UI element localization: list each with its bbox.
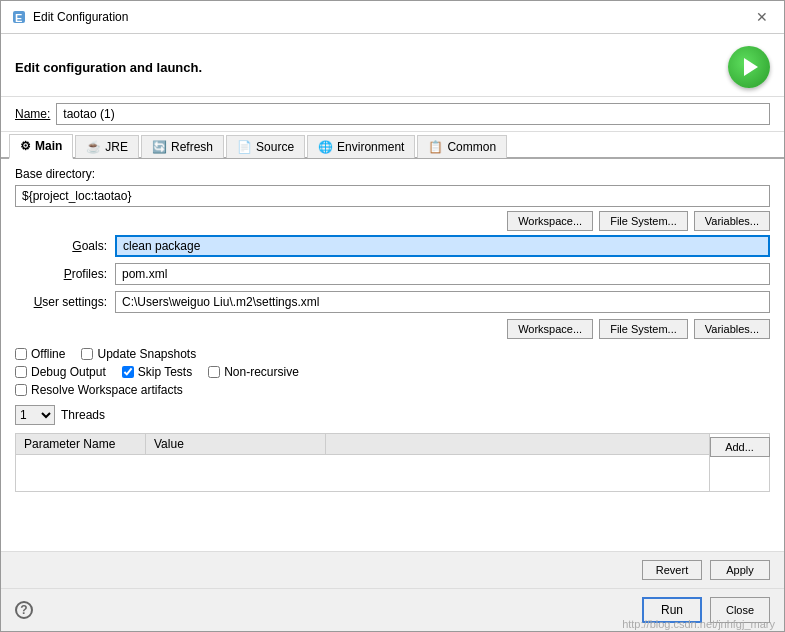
resolve-workspace-label: Resolve Workspace artifacts xyxy=(31,383,183,397)
close-window-button[interactable]: ✕ xyxy=(750,7,774,27)
table-col-value: Value xyxy=(146,434,326,454)
app-icon: E xyxy=(11,9,27,25)
table-add-col: Add... xyxy=(709,434,769,491)
user-settings-input[interactable] xyxy=(115,291,770,313)
footer-row: ? Run Close http://blog.csdn.net/jnhfgj_… xyxy=(1,588,784,631)
name-label: Name: xyxy=(15,107,50,121)
environment-tab-icon: 🌐 xyxy=(318,140,333,154)
threads-select[interactable]: 1 2 4 xyxy=(15,405,55,425)
update-snapshots-label: Update Snapshots xyxy=(97,347,196,361)
header-section: Edit configuration and launch. xyxy=(1,34,784,97)
base-directory-input[interactable] xyxy=(15,185,770,207)
title-bar-left: E Edit Configuration xyxy=(11,9,128,25)
goals-input[interactable] xyxy=(115,235,770,257)
workspace-btn-2[interactable]: Workspace... xyxy=(507,319,593,339)
goals-row: Goals: xyxy=(15,235,770,257)
parameter-table-wrapper: Parameter Name Value Add... xyxy=(15,433,770,492)
variables-btn-1[interactable]: Variables... xyxy=(694,211,770,231)
debug-output-checkbox-item[interactable]: Debug Output xyxy=(15,365,106,379)
profiles-input[interactable] xyxy=(115,263,770,285)
jre-tab-icon: ☕ xyxy=(86,140,101,154)
main-content: Base directory: Workspace... File System… xyxy=(1,159,784,588)
profiles-row: Profiles: xyxy=(15,263,770,285)
debug-output-label: Debug Output xyxy=(31,365,106,379)
non-recursive-checkbox[interactable] xyxy=(208,366,220,378)
jre-tab-label: JRE xyxy=(105,140,128,154)
file-system-btn-1[interactable]: File System... xyxy=(599,211,688,231)
checkbox-row-3: Resolve Workspace artifacts xyxy=(15,383,770,397)
tab-refresh[interactable]: 🔄 Refresh xyxy=(141,135,224,158)
workspace-btn-1[interactable]: Workspace... xyxy=(507,211,593,231)
tab-common[interactable]: 📋 Common xyxy=(417,135,507,158)
skip-tests-checkbox[interactable] xyxy=(122,366,134,378)
table-header: Parameter Name Value xyxy=(16,434,709,455)
environment-tab-label: Environment xyxy=(337,140,404,154)
base-dir-btn-row: Workspace... File System... Variables... xyxy=(15,211,770,231)
base-directory-label: Base directory: xyxy=(15,167,770,181)
table-col-param: Parameter Name xyxy=(16,434,146,454)
tabs-row: ⚙ Main ☕ JRE 🔄 Refresh 📄 Source 🌐 Enviro… xyxy=(1,132,784,159)
refresh-tab-icon: 🔄 xyxy=(152,140,167,154)
common-tab-label: Common xyxy=(447,140,496,154)
tab-jre[interactable]: ☕ JRE xyxy=(75,135,139,158)
update-snapshots-checkbox[interactable] xyxy=(81,348,93,360)
update-snapshots-checkbox-item[interactable]: Update Snapshots xyxy=(81,347,196,361)
offline-label: Offline xyxy=(31,347,65,361)
help-icon[interactable]: ? xyxy=(15,601,33,619)
resolve-workspace-checkbox-item[interactable]: Resolve Workspace artifacts xyxy=(15,383,183,397)
source-tab-label: Source xyxy=(256,140,294,154)
non-recursive-label: Non-recursive xyxy=(224,365,299,379)
tab-environment[interactable]: 🌐 Environment xyxy=(307,135,415,158)
window-title: Edit Configuration xyxy=(33,10,128,24)
watermark-text: http://blog.csdn.net/jnhfgj_mary xyxy=(622,618,775,630)
table-body xyxy=(16,455,709,491)
bottom-buttons: Revert Apply xyxy=(1,551,784,588)
source-tab-icon: 📄 xyxy=(237,140,252,154)
user-settings-btn-row: Workspace... File System... Variables... xyxy=(15,319,770,339)
checkboxes-section: Offline Update Snapshots Debug Output Sk… xyxy=(15,347,770,397)
name-input[interactable] xyxy=(56,103,770,125)
checkbox-row-2: Debug Output Skip Tests Non-recursive xyxy=(15,365,770,379)
resolve-workspace-checkbox[interactable] xyxy=(15,384,27,396)
user-settings-label: User settings: xyxy=(15,295,115,309)
variables-btn-2[interactable]: Variables... xyxy=(694,319,770,339)
tab-source[interactable]: 📄 Source xyxy=(226,135,305,158)
main-window: E Edit Configuration ✕ Edit configuratio… xyxy=(0,0,785,632)
revert-button[interactable]: Revert xyxy=(642,560,702,580)
skip-tests-checkbox-item[interactable]: Skip Tests xyxy=(122,365,192,379)
file-system-btn-2[interactable]: File System... xyxy=(599,319,688,339)
refresh-tab-label: Refresh xyxy=(171,140,213,154)
svg-text:E: E xyxy=(15,12,22,24)
apply-button[interactable]: Apply xyxy=(710,560,770,580)
threads-row: 1 2 4 Threads xyxy=(15,405,770,425)
main-tab-icon: ⚙ xyxy=(20,139,31,153)
threads-label: Threads xyxy=(61,408,105,422)
launch-run-icon[interactable] xyxy=(728,46,770,88)
common-tab-icon: 📋 xyxy=(428,140,443,154)
profiles-label: Profiles: xyxy=(15,267,115,281)
user-settings-row: User settings: xyxy=(15,291,770,313)
content-inner: Base directory: Workspace... File System… xyxy=(1,159,784,551)
name-row: Name: xyxy=(1,97,784,132)
add-parameter-button[interactable]: Add... xyxy=(710,437,770,457)
checkbox-row-1: Offline Update Snapshots xyxy=(15,347,770,361)
header-title: Edit configuration and launch. xyxy=(15,60,202,75)
goals-label: Goals: xyxy=(15,239,115,253)
skip-tests-label: Skip Tests xyxy=(138,365,192,379)
base-directory-section: Base directory: Workspace... File System… xyxy=(15,167,770,231)
main-tab-label: Main xyxy=(35,139,62,153)
offline-checkbox[interactable] xyxy=(15,348,27,360)
non-recursive-checkbox-item[interactable]: Non-recursive xyxy=(208,365,299,379)
table-main: Parameter Name Value xyxy=(16,434,709,491)
tab-main[interactable]: ⚙ Main xyxy=(9,134,73,159)
offline-checkbox-item[interactable]: Offline xyxy=(15,347,65,361)
title-bar: E Edit Configuration ✕ xyxy=(1,1,784,34)
debug-output-checkbox[interactable] xyxy=(15,366,27,378)
